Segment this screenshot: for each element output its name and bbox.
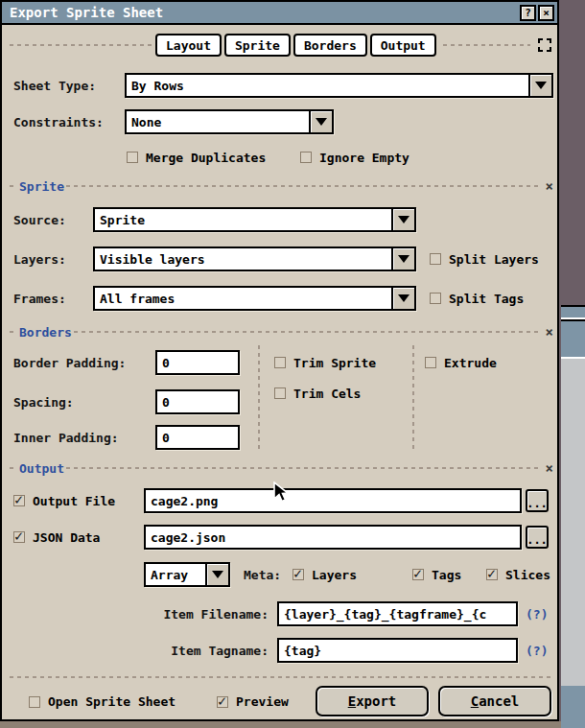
border-padding-input[interactable]: 0 — [155, 350, 240, 375]
divider — [10, 185, 17, 187]
frames-value[interactable]: All frames — [93, 286, 391, 311]
sheet-type-label: Sheet Type: — [13, 73, 96, 98]
background-titlebar-strip — [561, 307, 585, 317]
inner-padding-label: Inner Padding: — [13, 425, 119, 450]
constraints-value[interactable]: None — [125, 109, 309, 134]
checkbox-box — [274, 357, 286, 368]
divider — [10, 331, 17, 333]
preview-checkbox[interactable]: Preview — [217, 687, 289, 716]
checkbox-box — [217, 696, 228, 708]
item-filename-input[interactable]: {layer}_{tag}_{tagframe}_{c — [277, 601, 518, 626]
ignore-empty-checkbox[interactable]: Ignore Empty — [300, 148, 410, 167]
sheet-type-value[interactable]: By Rows — [125, 73, 528, 98]
checkmark-icon — [275, 358, 285, 367]
tab-output[interactable]: Output — [370, 34, 436, 57]
output-file-checkbox[interactable]: Output File — [13, 488, 115, 513]
json-format-value[interactable]: Array — [144, 562, 205, 587]
merge-duplicates-checkbox[interactable]: Merge Duplicates — [127, 148, 266, 167]
extrude-checkbox[interactable]: Extrude — [425, 353, 497, 372]
checkbox-label: Split Tags — [449, 292, 524, 306]
sheet-type-select[interactable]: By Rows — [125, 73, 553, 98]
checkbox-box — [430, 293, 441, 304]
cancel-button[interactable]: Cancel — [438, 686, 551, 716]
checkbox-box — [300, 152, 312, 163]
checkbox-box — [274, 387, 286, 399]
checkbox-label: Preview — [236, 694, 289, 709]
borders-section-header: Borders × — [10, 325, 553, 339]
inner-padding-input[interactable]: 0 — [155, 425, 240, 450]
tab-layout[interactable]: Layout — [155, 34, 222, 57]
divider — [10, 44, 152, 46]
checkbox-box — [430, 253, 441, 265]
frames-select[interactable]: All frames — [93, 286, 416, 311]
source-value[interactable]: Sprite — [93, 207, 391, 232]
trim-cels-checkbox[interactable]: Trim Cels — [274, 384, 361, 403]
close-icon[interactable]: × — [538, 5, 554, 21]
cancel-button-label: Cancel — [471, 693, 520, 709]
source-label: Source: — [13, 207, 66, 232]
checkbox-box — [486, 569, 498, 580]
divider — [66, 467, 538, 469]
checkbox-box — [13, 495, 25, 506]
section-close-icon[interactable]: × — [546, 461, 553, 475]
help-button[interactable]: ? — [520, 5, 536, 21]
expand-icon[interactable] — [538, 38, 551, 52]
open-sprite-sheet-checkbox[interactable]: Open Sprite Sheet — [29, 687, 176, 716]
meta-tags-checkbox[interactable]: Tags — [412, 562, 461, 587]
export-sprite-sheet-dialog: Export Sprite Sheet ? × Layout Sprite Bo… — [0, 0, 559, 721]
dropdown-button[interactable] — [391, 207, 416, 232]
checkmark-icon — [218, 697, 227, 707]
meta-slices-checkbox[interactable]: Slices — [486, 562, 550, 587]
split-tags-checkbox[interactable]: Split Tags — [430, 286, 524, 311]
dropdown-button[interactable] — [205, 562, 230, 587]
checkmark-icon — [30, 697, 39, 707]
frames-label: Frames: — [13, 286, 66, 311]
item-filename-help-link[interactable]: (?) — [526, 601, 548, 626]
tab-borders[interactable]: Borders — [293, 34, 367, 57]
layers-select[interactable]: Visible layers — [93, 247, 416, 271]
checkbox-label: Trim Sprite — [293, 356, 376, 370]
source-select[interactable]: Sprite — [93, 207, 416, 232]
dialog-titlebar[interactable]: Export Sprite Sheet — [2, 2, 557, 25]
divider — [258, 345, 260, 453]
output-file-browse-button[interactable]: ... — [526, 489, 549, 512]
spacing-input[interactable]: 0 — [155, 389, 240, 414]
layers-value[interactable]: Visible layers — [93, 247, 391, 271]
item-tagname-input[interactable]: {tag} — [277, 638, 518, 663]
dropdown-button[interactable] — [391, 286, 416, 311]
divider — [10, 467, 17, 469]
checkbox-label: Layers — [312, 568, 357, 582]
json-data-checkbox[interactable]: JSON Data — [13, 525, 100, 550]
section-title: Sprite — [19, 179, 64, 194]
output-section-header: Output × — [10, 461, 553, 475]
trim-sprite-checkbox[interactable]: Trim Sprite — [274, 353, 376, 372]
checkbox-label: Trim Cels — [293, 387, 361, 401]
checkbox-box — [13, 531, 25, 543]
checkbox-box — [29, 696, 40, 708]
export-button[interactable]: Export — [316, 686, 429, 716]
checkmark-icon — [293, 570, 303, 579]
chevron-down-icon — [398, 294, 410, 302]
item-tagname-label: Item Tagname: — [2, 638, 269, 663]
json-format-select[interactable]: Array — [144, 562, 230, 587]
dialog-title: Export Sprite Sheet — [2, 5, 163, 20]
constraints-select[interactable]: None — [125, 109, 334, 134]
constraints-label: Constraints: — [13, 109, 104, 134]
dropdown-button[interactable] — [309, 109, 334, 134]
json-data-browse-button[interactable]: ... — [526, 526, 549, 549]
divider — [66, 185, 538, 187]
divider — [74, 331, 538, 333]
split-layers-checkbox[interactable]: Split Layers — [430, 247, 539, 271]
meta-layers-checkbox[interactable]: Layers — [292, 562, 357, 587]
dropdown-button[interactable] — [528, 73, 553, 98]
checkmark-icon — [301, 153, 311, 162]
checkmark-icon — [128, 153, 137, 162]
tab-sprite[interactable]: Sprite — [224, 34, 291, 57]
section-close-icon[interactable]: × — [546, 325, 553, 339]
background-window-body — [561, 359, 585, 686]
item-tagname-help-link[interactable]: (?) — [526, 638, 548, 663]
json-data-input[interactable]: cage2.json — [144, 525, 522, 550]
dropdown-button[interactable] — [391, 247, 416, 271]
output-file-input[interactable]: cage2.png — [144, 488, 522, 513]
section-close-icon[interactable]: × — [546, 179, 553, 193]
